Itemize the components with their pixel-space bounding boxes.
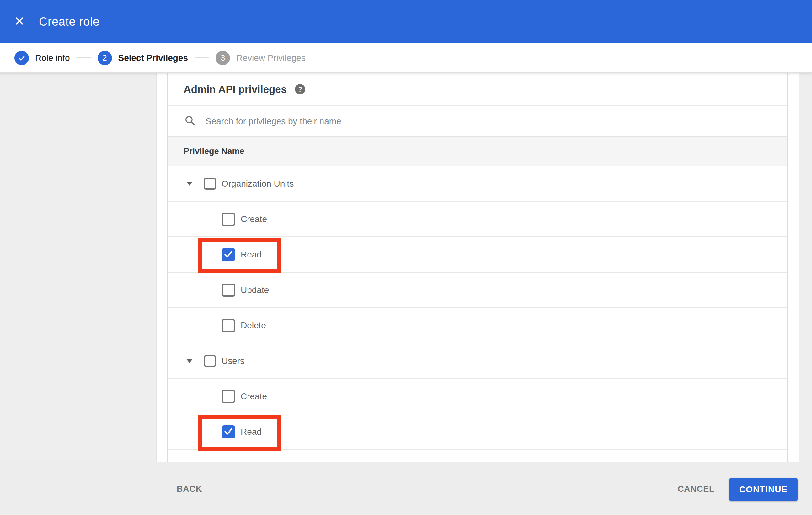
step-done-check-icon (14, 51, 29, 65)
step-label: Role info (35, 53, 70, 63)
privilege-label: Read (241, 427, 262, 437)
privilege-label: Organization Units (222, 179, 294, 189)
footer-action-bar: BACK CANCEL CONTINUE (0, 462, 812, 515)
step-number-badge: 3 (215, 51, 230, 65)
checkbox-ou-update[interactable] (222, 283, 235, 297)
privilege-row-users: Users (168, 343, 787, 379)
privilege-row-users-create: Create (168, 379, 787, 414)
checkbox-organization-units[interactable] (204, 178, 216, 190)
close-button[interactable] (10, 12, 29, 31)
create-role-dialog: Create role Role info 2 Select Privilege… (0, 0, 812, 515)
search-icon (184, 115, 196, 128)
privilege-row-ou-update: Update (168, 273, 787, 308)
checkbox-ou-delete[interactable] (222, 319, 235, 332)
checkmark-icon (223, 426, 234, 438)
step-select-privileges[interactable]: 2 Select Privileges (97, 51, 188, 65)
collapse-arrow-icon[interactable] (186, 182, 193, 186)
close-icon (14, 16, 25, 28)
right-gutter (799, 73, 812, 515)
privilege-row-ou-read: Read (168, 237, 787, 273)
privilege-row-organization-units: Organization Units (168, 166, 787, 202)
privileges-panel: Admin API privileges ? Privilege Name Or… (167, 73, 788, 462)
privilege-search-row (168, 105, 787, 137)
checkbox-users[interactable] (204, 355, 216, 367)
privilege-label: Update (241, 285, 269, 295)
step-review-privileges[interactable]: 3 Review Privileges (215, 51, 306, 65)
cancel-button[interactable]: CANCEL (678, 462, 715, 515)
privilege-label: Users (222, 356, 244, 366)
app-bar: Create role (0, 0, 812, 43)
step-label: Review Privileges (236, 53, 306, 63)
help-icon[interactable]: ? (295, 84, 305, 94)
privilege-label: Create (241, 391, 267, 401)
privilege-row-users-read: Read (168, 414, 787, 450)
privilege-label: Delete (241, 321, 266, 331)
privilege-search-input[interactable] (205, 116, 645, 126)
privilege-row-ou-delete: Delete (168, 308, 787, 343)
collapse-arrow-icon[interactable] (186, 359, 193, 363)
step-number-badge: 2 (97, 51, 112, 65)
step-role-info[interactable]: Role info (14, 51, 70, 65)
privilege-label: Create (241, 214, 267, 224)
privilege-row-ou-create: Create (168, 202, 787, 237)
checkbox-users-read[interactable] (222, 425, 235, 438)
back-button[interactable]: BACK (177, 462, 202, 515)
table-header: Privilege Name (168, 137, 787, 166)
dialog-title: Create role (39, 15, 99, 29)
checkbox-ou-read[interactable] (222, 248, 235, 261)
stepper: Role info 2 Select Privileges 3 Review P… (0, 43, 812, 73)
panel-heading: Admin API privileges ? (168, 73, 787, 105)
section-title: Admin API privileges (183, 84, 287, 95)
checkmark-icon (223, 249, 234, 261)
column-header-privilege-name: Privilege Name (183, 147, 244, 156)
left-gutter (0, 73, 157, 515)
continue-button[interactable]: CONTINUE (729, 478, 798, 501)
checkbox-ou-create[interactable] (222, 213, 235, 226)
step-connector (77, 57, 91, 58)
privilege-label: Read (241, 250, 262, 260)
step-label: Select Privileges (118, 53, 188, 63)
checkbox-users-create[interactable] (222, 390, 235, 403)
step-connector (195, 57, 209, 58)
